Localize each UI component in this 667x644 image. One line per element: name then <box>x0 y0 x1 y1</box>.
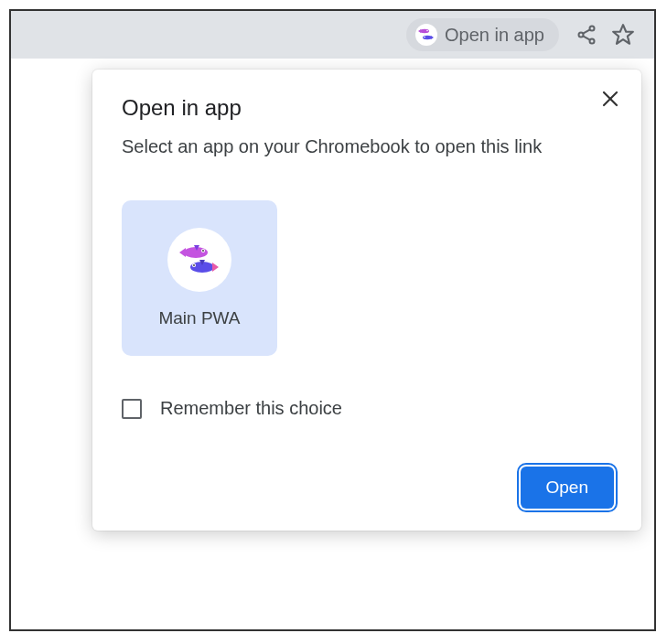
svg-point-5 <box>424 37 425 38</box>
svg-point-23 <box>193 264 195 266</box>
svg-point-18 <box>202 250 204 252</box>
app-label: Main PWA <box>158 308 240 328</box>
dialog-title: Open in app <box>122 95 614 121</box>
svg-marker-15 <box>179 248 186 257</box>
svg-line-10 <box>583 36 590 39</box>
svg-line-9 <box>583 29 590 33</box>
dialog-description: Select an app on your Chromebook to open… <box>122 134 614 160</box>
remember-label: Remember this choice <box>160 398 342 419</box>
svg-marker-4 <box>431 36 434 39</box>
chip-label: Open in app <box>445 25 544 46</box>
omnibox-bar: Open in app <box>11 11 654 59</box>
open-in-app-dialog: Open in app Select an app on your Chrome… <box>92 70 641 531</box>
open-in-app-chip[interactable]: Open in app <box>406 18 559 51</box>
close-button[interactable] <box>597 86 623 112</box>
svg-point-2 <box>426 30 428 32</box>
share-icon[interactable] <box>568 16 605 53</box>
svg-point-8 <box>590 39 595 44</box>
app-tile-main-pwa[interactable]: Main PWA <box>122 200 277 356</box>
svg-point-7 <box>579 33 584 38</box>
remember-checkbox[interactable] <box>122 399 142 419</box>
star-icon[interactable] <box>605 16 641 53</box>
remember-choice-row: Remember this choice <box>122 398 614 419</box>
svg-marker-11 <box>613 25 633 44</box>
fish-pair-icon <box>415 24 437 46</box>
svg-point-6 <box>590 27 595 31</box>
open-button[interactable]: Open <box>521 467 614 509</box>
svg-marker-20 <box>212 263 219 272</box>
fish-pair-icon <box>167 228 231 292</box>
svg-marker-1 <box>418 29 421 33</box>
